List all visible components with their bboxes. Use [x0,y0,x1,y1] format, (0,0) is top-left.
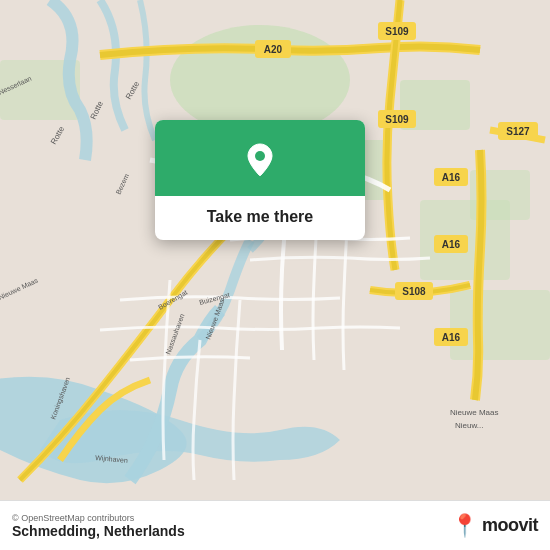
svg-text:A16: A16 [442,239,461,250]
popup-header [155,120,365,196]
bottom-left-info: © OpenStreetMap contributors Schmedding,… [12,513,185,539]
svg-text:A16: A16 [442,172,461,183]
moovit-logo: 📍 moovit [451,515,538,537]
location-popup: Take me there [155,120,365,240]
moovit-logo-text: moovit [482,515,538,536]
svg-text:S109: S109 [385,114,409,125]
svg-point-38 [255,151,265,161]
copyright-text: © OpenStreetMap contributors [12,513,185,523]
moovit-pin-icon: 📍 [451,515,478,537]
svg-text:S127: S127 [506,126,530,137]
map-svg: A20 S109 S109 A16 A16 S127 S108 A16 Rott… [0,0,550,500]
svg-text:S109: S109 [385,26,409,37]
svg-text:A16: A16 [442,332,461,343]
svg-text:A20: A20 [264,44,283,55]
svg-text:S108: S108 [402,286,426,297]
svg-rect-6 [450,290,550,360]
svg-text:Nieuwe Maas: Nieuwe Maas [450,408,498,417]
map-container: A20 S109 S109 A16 A16 S127 S108 A16 Rott… [0,0,550,500]
take-me-there-button[interactable]: Take me there [191,196,329,240]
location-pin-icon [238,138,282,182]
location-name: Schmedding, Netherlands [12,523,185,539]
bottom-bar: © OpenStreetMap contributors Schmedding,… [0,500,550,550]
svg-text:Nieuw...: Nieuw... [455,421,483,430]
